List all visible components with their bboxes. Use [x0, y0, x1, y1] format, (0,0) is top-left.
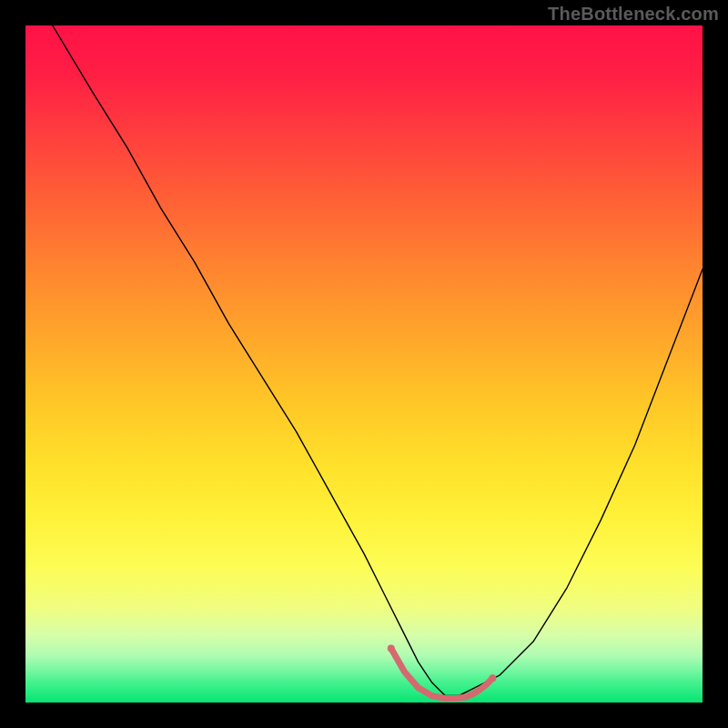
watermark-text: TheBottleneck.com [548, 4, 719, 25]
plot-background [25, 25, 703, 703]
series-flat-minimum-highlight-endpoint [489, 674, 496, 682]
series-flat-minimum-highlight-endpoint [388, 644, 395, 652]
bottleneck-chart [0, 0, 728, 728]
chart-container: TheBottleneck.com [0, 0, 728, 728]
